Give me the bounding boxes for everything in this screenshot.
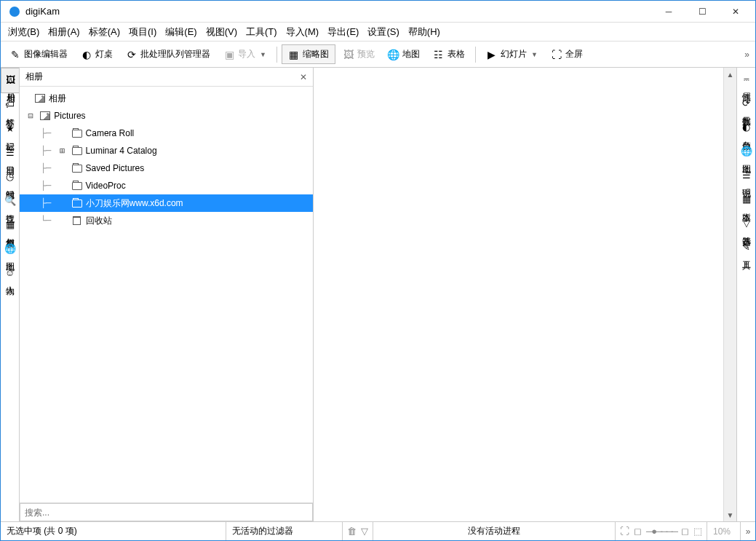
tree-node[interactable]: ├─ Saved Pictures	[20, 159, 313, 177]
panel-close-button[interactable]: ✕	[300, 72, 307, 82]
crop-icon[interactable]: ◻	[634, 526, 642, 537]
batch-queue-button[interactable]: ⟳批处理队列管理器	[120, 45, 216, 63]
tree-lines: ├─	[20, 181, 57, 191]
sidebar-tab-albums[interactable]: 🖼相册	[1, 68, 19, 93]
preview-button[interactable]: 🖼预览	[337, 45, 381, 63]
menu-item[interactable]: 项目(I)	[124, 23, 161, 41]
filter-icon: ▽	[743, 218, 750, 229]
fullscreen-icon: ⛶	[551, 49, 562, 60]
right-sidebar-tabs: ⎓属性 ⟳元数据 ◐颜色 🌐地图 ☰说明 ▦版本 ▽筛选器 ✎工具	[736, 68, 755, 521]
tree-lines: ├─	[20, 128, 57, 138]
trash-icon	[71, 215, 83, 226]
sidebar-tab-similarity[interactable]: ▦相似度	[1, 213, 19, 237]
expander-icon[interactable]: ⊟	[25, 111, 36, 121]
sidebar-tab-map-right[interactable]: 🌐地图	[737, 140, 755, 164]
tree-lines: ├─	[20, 163, 57, 173]
sidebar-tab-search[interactable]: 🔍查找	[1, 189, 19, 213]
menu-export[interactable]: 导出(E)	[323, 23, 363, 41]
tree-node[interactable]: └─ 回收站	[20, 212, 313, 229]
sidebar-tab-labels[interactable]: ★标记	[1, 117, 19, 141]
gear-icon: ⟳	[126, 49, 138, 60]
tree-node[interactable]: ├─ 小刀娱乐网www.x6d.com	[20, 194, 313, 212]
image-editor-button[interactable]: ✎图像编辑器	[4, 45, 73, 63]
scrollbar[interactable]: ▲ ▼	[723, 68, 736, 521]
thumbnail-content[interactable]: ▲ ▼	[314, 68, 736, 521]
tree-node-label: Luminar 4 Catalog	[86, 146, 157, 156]
sidebar-tab-tools[interactable]: ✎工具	[737, 236, 755, 260]
funnel-icon[interactable]: ▽	[361, 526, 368, 537]
thumbnail-view: ▲ ▼	[314, 68, 736, 521]
toolbar-overflow[interactable]: »	[741, 47, 752, 63]
status-filter: 无活动的过滤器	[226, 522, 343, 540]
sidebar-tab-versions[interactable]: ▦版本	[737, 188, 755, 212]
chevron-down-icon: ▼	[531, 51, 538, 58]
sidebar-tab-dates[interactable]: ☰日期	[1, 141, 19, 165]
star-icon: ★	[6, 123, 15, 134]
map-button[interactable]: 🌐地图	[382, 45, 426, 63]
tree-node[interactable]: ├─ Camera Roll	[20, 125, 313, 142]
expander-icon[interactable]: ⊞	[57, 146, 68, 156]
panel-title: 相册	[25, 71, 43, 83]
tree-node[interactable]: 相册	[20, 90, 313, 107]
status-selection: 无选中项 (共 0 项)	[1, 522, 226, 540]
fullscreen-button[interactable]: ⛶全屏	[545, 45, 589, 63]
menu-edit[interactable]: 编辑(E)	[161, 23, 201, 41]
menu-settings[interactable]: 设置(S)	[363, 23, 403, 41]
tree-node[interactable]: ├─ ⊞Luminar 4 Catalog	[20, 142, 313, 159]
tree-node[interactable]: ├─ VideoProc	[20, 177, 313, 194]
zoom-100-icon[interactable]: ◻	[681, 526, 689, 537]
search-icon: 🔍	[4, 195, 16, 206]
menu-view[interactable]: 视图(V)	[202, 23, 242, 41]
play-icon: ▶	[486, 49, 498, 60]
tree-node-label: 回收站	[86, 215, 112, 227]
sidebar-tab-colors[interactable]: ◐颜色	[737, 116, 755, 140]
scroll-down-icon[interactable]: ▼	[724, 508, 736, 521]
menu-tags[interactable]: 标签(A)	[84, 23, 124, 41]
tree-lines: └─	[20, 216, 57, 226]
light-table-button[interactable]: ◐灯桌	[75, 45, 119, 63]
zoom-fit-icon[interactable]: ⛶	[620, 526, 629, 537]
close-button[interactable]: ✕	[719, 1, 752, 23]
status-filter-icons: 🗑 ▽	[343, 522, 373, 540]
sidebar-tab-properties[interactable]: ⎓属性	[737, 68, 755, 92]
slideshow-button[interactable]: ▶幻灯片▼	[480, 45, 544, 63]
picture-icon	[39, 110, 51, 122]
sidebar-tab-people[interactable]: ☺人物	[1, 261, 19, 285]
menu-album[interactable]: 相册(A)	[44, 23, 84, 41]
sidebar-tab-map[interactable]: 🌐地图	[1, 237, 19, 261]
menu-import[interactable]: 导入(M)	[282, 23, 324, 41]
separator	[276, 47, 277, 63]
album-tree[interactable]: 相册 ⊟Pictures ├─ Camera Roll ├─ ⊞Luminar …	[20, 87, 313, 502]
sidebar-tab-tags[interactable]: 🏷标签	[1, 93, 19, 117]
menu-browse[interactable]: 浏览(B)	[4, 23, 44, 41]
maximize-button[interactable]: ☐	[685, 1, 719, 23]
tree-search-input[interactable]	[20, 503, 313, 521]
sidebar-tab-metadata[interactable]: ⟳元数据	[737, 92, 755, 116]
version-icon: ▦	[742, 194, 751, 205]
thumbnails-button[interactable]: ▦缩略图	[282, 44, 335, 64]
table-button[interactable]: ☷表格	[427, 45, 471, 63]
table-icon: ☷	[433, 49, 445, 60]
album-panel: 相册 ✕ 相册 ⊟Pictures ├─ Camera Roll ├─ ⊞Lum…	[20, 68, 314, 521]
scroll-up-icon[interactable]: ▲	[724, 68, 736, 81]
list-icon: ☰	[742, 170, 751, 181]
zoom-to-icon[interactable]: ⬚	[693, 526, 702, 537]
tree-lines	[20, 111, 25, 121]
menu-help[interactable]: 帮助(H)	[404, 23, 445, 41]
statusbar-overflow[interactable]: »	[741, 522, 755, 540]
import-button[interactable]: ▣导入▼	[218, 45, 272, 63]
menubar: 浏览(B) 相册(A) 标签(A) 项目(I) 编辑(E) 视图(V) 工具(T…	[1, 23, 755, 42]
sidebar-tab-timeline[interactable]: ◷时间线	[1, 165, 19, 189]
sidebar-tab-captions[interactable]: ☰说明	[737, 164, 755, 188]
minimize-button[interactable]: ─	[652, 1, 685, 23]
body-area: 🖼相册 🏷标签 ★标记 ☰日期 ◷时间线 🔍查找 ▦相似度 🌐地图 ☺人物 相册…	[1, 68, 755, 521]
menu-tools[interactable]: 工具(T)	[242, 23, 282, 41]
slider-icon[interactable]: ─●────	[646, 526, 677, 537]
tree-node[interactable]: ⊟Pictures	[20, 107, 313, 125]
sidebar-tab-filters[interactable]: ▽筛选器	[737, 212, 755, 236]
app-icon	[9, 7, 20, 17]
separator	[475, 47, 476, 63]
trash-icon[interactable]: 🗑	[347, 526, 357, 537]
image-icon: 🖼	[6, 74, 15, 85]
camera-icon: ▣	[223, 49, 235, 60]
